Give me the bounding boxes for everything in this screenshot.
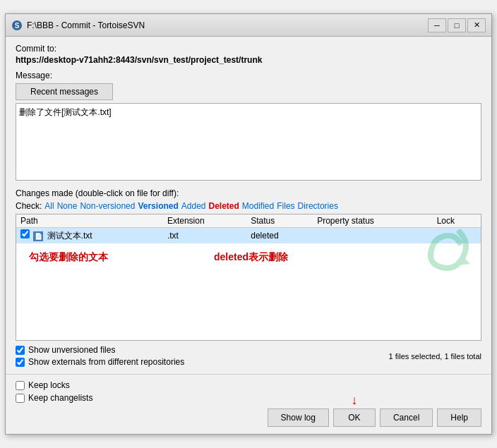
cell-extension: .txt [163, 228, 246, 244]
svg-text:S: S [15, 22, 20, 30]
options-row: Show unversioned files Show externals fr… [16, 345, 481, 367]
filter-none[interactable]: None [57, 201, 78, 211]
keep-locks-label: Keep locks [28, 380, 70, 390]
show-externals-checkbox[interactable] [16, 358, 25, 367]
filter-directories[interactable]: Directories [298, 201, 338, 211]
show-unversioned-checkbox[interactable] [16, 346, 25, 355]
file-table: Path Extension Status Property status Lo… [16, 214, 481, 243]
commit-to-label: Commit to: [16, 44, 481, 54]
app-icon: S [11, 20, 23, 31]
minimize-button[interactable]: ─ [428, 18, 446, 32]
keep-changelists-row: Keep changelists [16, 393, 481, 403]
content-area: Commit to: https://desktop-v71ahh2:8443/… [6, 37, 491, 374]
message-textarea[interactable]: 删除了文件[测试文本.txt] [16, 103, 481, 181]
title-buttons: ─ □ ✕ [428, 18, 486, 32]
recent-messages-button[interactable]: Recent messages [16, 83, 113, 100]
ok-button[interactable]: OK [333, 408, 376, 427]
cancel-button[interactable]: Cancel [380, 408, 433, 427]
bottom-buttons: Show log ↓ OK Cancel Help [16, 408, 481, 427]
filter-row: Check: All None Non-versioned Versioned … [16, 201, 481, 211]
cell-path: 📄 测试文本.txt [16, 228, 163, 244]
close-button[interactable]: ✕ [467, 18, 486, 32]
keep-locks-checkbox[interactable] [16, 381, 25, 390]
file-table-container: Path Extension Status Property status Lo… [16, 214, 481, 341]
show-externals-row: Show externals from different repositori… [16, 357, 184, 367]
show-unversioned-row: Show unversioned files [16, 345, 184, 355]
options-left: Show unversioned files Show externals fr… [16, 345, 184, 367]
filter-versioned[interactable]: Versioned [138, 201, 178, 211]
col-extension: Extension [163, 214, 246, 228]
filter-modified[interactable]: Modified [242, 201, 274, 211]
show-log-button[interactable]: Show log [268, 408, 329, 427]
table-row[interactable]: 📄 测试文本.txt .txt deleted [16, 228, 481, 244]
maximize-button[interactable]: □ [448, 18, 466, 32]
filter-all[interactable]: All [44, 201, 54, 211]
col-property-status: Property status [313, 214, 433, 228]
changes-label: Changes made (double-click on file for d… [16, 188, 481, 198]
bottom-checkboxes: Keep locks Keep changelists [16, 380, 481, 403]
cell-status: deleted [246, 228, 313, 244]
keep-locks-row: Keep locks [16, 380, 481, 390]
window-title: F:\BBB - Commit - TortoiseSVN [27, 20, 145, 30]
show-unversioned-label: Show unversioned files [28, 345, 115, 355]
title-bar: S F:\BBB - Commit - TortoiseSVN ─ □ ✕ [6, 14, 491, 37]
keep-changelists-checkbox[interactable] [16, 394, 25, 403]
commit-url: https://desktop-v71ahh2:8443/svn/svn_tes… [16, 55, 481, 65]
col-path: Path [16, 214, 163, 228]
file-count: 1 files selected, 1 files total [389, 352, 481, 361]
filter-deleted[interactable]: Deleted [209, 201, 239, 211]
keep-changelists-label: Keep changelists [28, 393, 92, 403]
cell-property-status [313, 228, 433, 244]
message-label: Message: [16, 71, 481, 80]
annotation-right: deleted表示删除 [214, 251, 288, 264]
watermark-icon [417, 222, 474, 280]
row-checkbox[interactable] [20, 229, 30, 238]
bottom-section: Keep locks Keep changelists Show log ↓ O… [6, 374, 491, 434]
annotation-left: 勾选要删除的文本 [29, 251, 108, 264]
arrow-indicator: ↓ [351, 393, 357, 408]
title-bar-left: S F:\BBB - Commit - TortoiseSVN [11, 20, 145, 31]
col-status: Status [246, 214, 313, 228]
filter-added[interactable]: Added [181, 201, 206, 211]
main-window: S F:\BBB - Commit - TortoiseSVN ─ □ ✕ Co… [5, 13, 492, 435]
file-icon: 📄 [33, 231, 43, 241]
filter-non-versioned[interactable]: Non-versioned [80, 201, 135, 211]
help-button[interactable]: Help [437, 408, 481, 427]
show-externals-label: Show externals from different repositori… [28, 357, 184, 367]
filter-files[interactable]: Files [277, 201, 294, 211]
cell-path-text: 测试文本.txt [47, 231, 92, 241]
check-label: Check: [16, 201, 42, 211]
ok-button-wrapper: ↓ OK [333, 408, 376, 427]
